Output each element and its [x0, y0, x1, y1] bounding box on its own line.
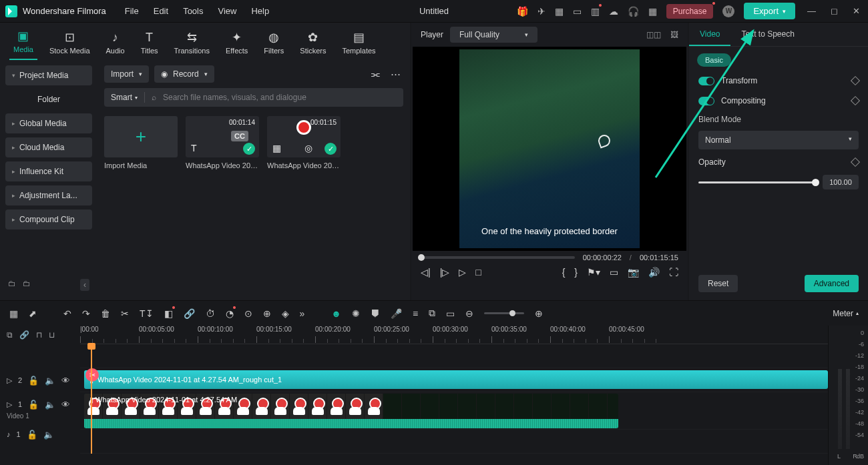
- advanced-button[interactable]: Advanced: [805, 275, 859, 292]
- media-icon[interactable]: ▥: [591, 6, 600, 17]
- mute-button[interactable]: 🔈: [45, 400, 55, 410]
- opacity-value[interactable]: 100.00: [823, 175, 859, 189]
- mute-button[interactable]: 🔈: [43, 430, 54, 440]
- record-button[interactable]: ◉Record▾: [154, 65, 214, 83]
- frame-icon[interactable]: ▭: [446, 308, 455, 319]
- basic-button[interactable]: Basic: [697, 53, 731, 67]
- gift-icon[interactable]: 🎁: [517, 6, 528, 17]
- mute-button[interactable]: 🔈: [45, 376, 55, 386]
- media-tile[interactable]: 00:01:14 CC T ✓ WhatsApp Video 2024...: [186, 116, 259, 169]
- apps-icon[interactable]: ▦: [648, 6, 657, 17]
- tab-video[interactable]: Video: [689, 23, 730, 46]
- screen-icon[interactable]: ▭: [573, 6, 582, 17]
- crop-button[interactable]: ◧: [164, 308, 173, 319]
- meter-toggle[interactable]: Meter▴: [833, 309, 859, 318]
- menu-help[interactable]: Help: [251, 6, 269, 16]
- maximize-button[interactable]: ◻: [828, 6, 841, 16]
- cut-button[interactable]: ✂: [121, 308, 129, 319]
- adjust-button[interactable]: ◈: [282, 308, 289, 319]
- color-button[interactable]: ◔: [226, 308, 234, 319]
- tab-stock-media[interactable]: ⊡Stock Media: [45, 27, 94, 60]
- track-overlay[interactable]: ▯WhatsApp Video 2024-11-01 at 4.27.54 AM…: [80, 368, 828, 392]
- sidebar-global-media[interactable]: ▸Global Media: [5, 113, 92, 133]
- quality-dropdown[interactable]: Full Quality▾: [450, 27, 537, 43]
- export-button[interactable]: Export▾: [744, 3, 795, 19]
- playhead[interactable]: [91, 344, 92, 454]
- transform-toggle[interactable]: [698, 77, 714, 85]
- lock-button[interactable]: 🔓: [28, 400, 39, 410]
- track-audio[interactable]: [80, 430, 828, 454]
- timeline-main[interactable]: |00:0000:00:05:0000:00:10:0000:00:15:000…: [80, 326, 828, 465]
- grid-icon[interactable]: ▦: [9, 308, 18, 319]
- zoom-out-button[interactable]: ⊖: [465, 308, 473, 319]
- device-icon[interactable]: ⧉: [429, 308, 435, 319]
- image-icon[interactable]: ▦: [555, 6, 564, 17]
- collapse-sidebar-button[interactable]: ‹: [80, 279, 89, 291]
- visibility-button[interactable]: 👁: [61, 400, 70, 410]
- enhance-icon[interactable]: ✺: [352, 308, 360, 319]
- display-icon[interactable]: ▭: [610, 267, 618, 278]
- tab-filters[interactable]: ◍Filters: [260, 27, 288, 60]
- import-media-tile[interactable]: + Import Media: [104, 116, 178, 169]
- sidebar-compound-clip[interactable]: ▸Compound Clip: [5, 209, 92, 229]
- time-ruler[interactable]: |00:0000:00:05:0000:00:10:0000:00:15:000…: [80, 326, 828, 344]
- compare-icon[interactable]: ◫◫: [646, 30, 661, 39]
- list-icon[interactable]: ≡: [413, 308, 418, 319]
- adjust-tracks-icon[interactable]: ⧉: [7, 330, 13, 340]
- more-tools[interactable]: »: [300, 308, 305, 319]
- cut-marker[interactable]: ✂: [85, 368, 99, 382]
- new-folder-icon[interactable]: 🗀: [23, 279, 31, 291]
- seek-bar[interactable]: [421, 256, 575, 259]
- close-button[interactable]: ✕: [850, 6, 863, 16]
- import-button[interactable]: Import▾: [104, 65, 149, 83]
- duration-button[interactable]: ⊙: [244, 308, 252, 319]
- menu-view[interactable]: View: [218, 6, 236, 16]
- minimize-button[interactable]: —: [805, 6, 819, 16]
- purchase-button[interactable]: Purchase: [666, 4, 714, 19]
- filter-icon[interactable]: ⫘: [367, 66, 383, 83]
- tab-transitions[interactable]: ⇆Transitions: [170, 27, 214, 60]
- focus-button[interactable]: ⊕: [263, 308, 271, 319]
- keyframe-button[interactable]: [851, 157, 860, 167]
- next-frame-button[interactable]: |▷: [440, 267, 450, 278]
- prev-frame-button[interactable]: ◁|: [421, 267, 431, 278]
- mark-in-button[interactable]: {: [562, 267, 566, 278]
- send-icon[interactable]: ✈: [537, 6, 546, 17]
- folder-icon[interactable]: 🗀: [8, 279, 16, 291]
- lock-button[interactable]: 🔓: [27, 430, 37, 440]
- avatar[interactable]: W: [722, 5, 734, 17]
- ai-icon[interactable]: ☻: [331, 308, 341, 319]
- track-video[interactable]: ▯ WhatsApp Video 2024-11-01 at 4.27.54 A…: [80, 392, 828, 430]
- fullscreen-button[interactable]: ⛶: [669, 267, 678, 278]
- video-clip[interactable]: ▯ WhatsApp Video 2024-11-01 at 4.27.54 A…: [84, 394, 618, 428]
- tab-media[interactable]: ▣Media: [9, 26, 37, 60]
- compositing-toggle[interactable]: [698, 97, 714, 105]
- slider-knob[interactable]: [812, 179, 819, 186]
- redo-button[interactable]: ↷: [82, 308, 90, 319]
- opacity-slider[interactable]: [698, 181, 816, 183]
- more-icon[interactable]: ⋯: [388, 65, 403, 83]
- lock-button[interactable]: 🔓: [28, 376, 39, 386]
- link-tracks-icon[interactable]: 🔗: [19, 330, 29, 340]
- mark-out-button[interactable]: }: [574, 267, 578, 278]
- visibility-button[interactable]: 👁: [61, 376, 70, 386]
- play-button[interactable]: ▷: [459, 267, 466, 278]
- zoom-in-button[interactable]: ⊕: [535, 308, 543, 319]
- picture-icon[interactable]: 🖼: [670, 30, 678, 39]
- menu-tools[interactable]: Tools: [183, 6, 203, 16]
- blend-mode-dropdown[interactable]: Normal▾: [698, 131, 859, 149]
- speed-button[interactable]: ⏱: [206, 308, 215, 319]
- menu-file[interactable]: File: [125, 6, 139, 16]
- text-clip[interactable]: ▯WhatsApp Video 2024-11-01 at 4.27.54 AM…: [84, 370, 828, 389]
- text-tool[interactable]: T↧: [140, 308, 154, 319]
- headset-icon[interactable]: 🎧: [628, 6, 639, 17]
- smart-dropdown[interactable]: Smart▾: [111, 93, 138, 102]
- delete-button[interactable]: 🗑: [101, 308, 110, 319]
- tab-effects[interactable]: ✦Effects: [222, 27, 252, 60]
- magnet-icon[interactable]: ⊓: [36, 330, 42, 340]
- keyframe-button[interactable]: [851, 96, 860, 105]
- media-tile[interactable]: 00:01:15 ▦ ◎ ✓ WhatsApp Video 2024...: [267, 116, 341, 169]
- tab-text-to-speech[interactable]: Text to Speech: [730, 23, 805, 46]
- sidebar-influence-kit[interactable]: ▸Influence Kit: [5, 161, 92, 181]
- mic-icon[interactable]: 🎤: [391, 308, 402, 319]
